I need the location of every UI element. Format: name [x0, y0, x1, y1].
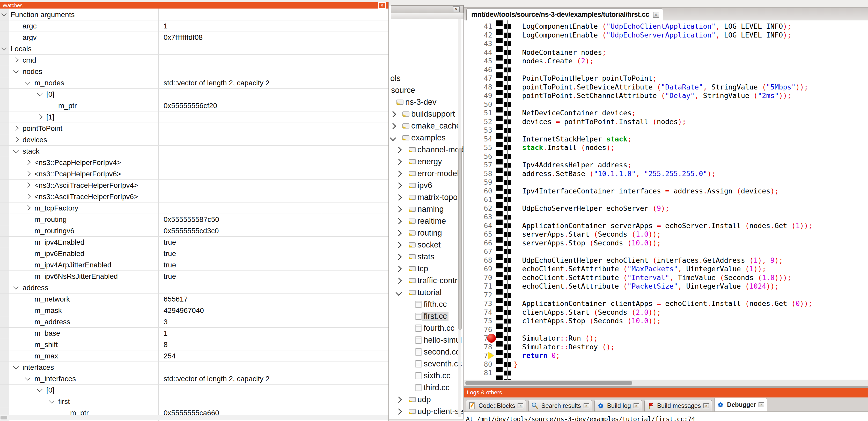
watch-row[interactable]: pointToPoint — [0, 123, 389, 134]
tree-item-socket[interactable]: socket — [390, 239, 458, 251]
watch-row[interactable]: m_max254 — [0, 350, 389, 362]
code-line-68[interactable]: 68 UdpEchoClientHelper echoClient (inter… — [464, 256, 868, 265]
logs-titlebar[interactable]: Logs & others — [464, 388, 868, 397]
chevron-down-icon[interactable] — [1, 45, 7, 51]
line-number[interactable]: 48 — [464, 83, 492, 92]
line-number[interactable]: 60 — [464, 187, 492, 195]
watch-row[interactable]: [0] — [0, 384, 389, 396]
line-number[interactable]: 70 — [464, 273, 492, 282]
code-line-50[interactable]: 50 — [464, 100, 868, 109]
line-number[interactable]: 45 — [464, 57, 492, 65]
code-line-81[interactable]: 81 — [464, 368, 868, 377]
code-line-77[interactable]: 77 Simulator::Run (); — [464, 334, 868, 343]
watch-row[interactable]: <ns3::PcapHelperForIpv6> — [0, 168, 389, 180]
chevron-down-icon[interactable] — [13, 364, 19, 369]
tree-item-label[interactable]: udp-client-ser — [417, 407, 464, 416]
code-line-63[interactable]: 63 — [464, 213, 868, 221]
tree-item-label[interactable]: seventh.cc — [424, 359, 462, 368]
log-tab-debugger[interactable]: Debugger× — [714, 398, 767, 412]
code-line-80[interactable]: 80} — [464, 360, 868, 369]
code-line-47[interactable]: 47 PointToPointHelper pointToPoint; — [464, 74, 868, 83]
watch-row[interactable]: <ns3::AsciiTraceHelperForIpv6> — [0, 191, 389, 202]
tree-item-label[interactable]: traffic-contro — [417, 276, 462, 285]
chevron-right-icon[interactable] — [25, 194, 31, 199]
line-number[interactable]: 73 — [464, 299, 492, 308]
line-number[interactable]: 64 — [464, 221, 492, 230]
chevron-right-icon[interactable] — [396, 182, 402, 189]
line-number[interactable]: 47 — [464, 74, 492, 83]
line-number[interactable]: 50 — [464, 100, 492, 109]
watch-row[interactable]: <ns3::AsciiTraceHelperForIpv4> — [0, 180, 389, 191]
tree-item-channel-mod[interactable]: channel-mod — [390, 143, 458, 155]
chevron-down-icon[interactable] — [49, 398, 54, 403]
projects-titlebar[interactable]: × — [391, 5, 464, 13]
tree-item-label[interactable]: third.cc — [424, 383, 450, 392]
chevron-right-icon[interactable] — [13, 137, 19, 142]
code-line-72[interactable]: 72 — [464, 291, 868, 299]
close-icon[interactable]: × — [704, 403, 709, 408]
line-number[interactable]: 63 — [464, 213, 492, 221]
breakpoint-icon[interactable] — [487, 334, 496, 343]
code-line-41[interactable]: 41 LogComponentEnable ("UdpEchoClientApp… — [464, 22, 868, 31]
chevron-right-icon[interactable] — [25, 160, 31, 165]
chevron-right-icon[interactable] — [396, 218, 402, 224]
line-number[interactable]: 54 — [464, 135, 492, 143]
line-number[interactable]: 69 — [464, 264, 492, 273]
chevron-down-icon[interactable] — [390, 135, 396, 141]
chevron-right-icon[interactable] — [37, 114, 42, 120]
chevron-right-icon[interactable] — [396, 159, 402, 165]
line-number[interactable]: 65 — [464, 230, 492, 239]
code-line-53[interactable]: 53 — [464, 126, 868, 135]
watch-row[interactable]: stack — [0, 145, 389, 157]
chevron-right-icon[interactable] — [390, 123, 396, 129]
chevron-right-icon[interactable] — [396, 242, 402, 248]
line-number[interactable]: 55 — [464, 143, 492, 152]
code-line-67[interactable]: 67 — [464, 247, 868, 256]
watch-row[interactable]: m_base1 — [0, 327, 389, 339]
code-line-76[interactable]: 76 — [464, 325, 868, 334]
tree-item-label[interactable]: cmake_cache — [411, 121, 461, 131]
code-line-69[interactable]: 69 echoClient.SetAttribute ("MaxPackets"… — [464, 264, 868, 273]
code-line-49[interactable]: 49 pointToPoint.SetChannelAttribute ("De… — [464, 91, 868, 100]
line-number[interactable]: 49 — [464, 91, 492, 100]
chevron-right-icon[interactable] — [396, 170, 402, 176]
tree-item-udp[interactable]: udp — [390, 393, 458, 405]
close-icon[interactable]: × — [584, 403, 589, 408]
chevron-right-icon[interactable] — [13, 57, 19, 63]
code-line-43[interactable]: 43 — [464, 39, 868, 48]
tree-item-label[interactable]: naming — [417, 204, 444, 214]
line-number[interactable]: 78 — [464, 343, 492, 351]
code-line-56[interactable]: 56 — [464, 152, 868, 161]
line-number[interactable]: 80 — [464, 360, 492, 369]
chevron-right-icon[interactable] — [25, 171, 31, 176]
watch-row[interactable]: cmd — [0, 54, 389, 66]
tree-item-label[interactable]: tcp — [417, 264, 428, 273]
tree-item-examples[interactable]: examples — [390, 132, 458, 143]
tree-item-label[interactable]: first.cc — [422, 312, 448, 321]
code-line-61[interactable]: 61 — [464, 195, 868, 204]
line-number[interactable]: 57 — [464, 161, 492, 169]
watch-row[interactable]: m_shift8 — [0, 339, 389, 350]
log-tab-search-results[interactable]: Search results× — [528, 400, 592, 412]
tree-item-label[interactable]: ns-3-dev — [405, 97, 437, 107]
tree-item-matrix-topol[interactable]: matrix-topol — [390, 191, 458, 203]
watch-row[interactable]: m_routing0x555555587c50 — [0, 214, 389, 225]
editor-tab-first-cc[interactable]: mnt/dev/tools/source/ns-3-dev/examples/t… — [466, 8, 663, 21]
close-icon[interactable]: × — [453, 6, 460, 12]
tree-item-fifth-cc[interactable]: fifth.cc — [390, 298, 458, 310]
code-line-58[interactable]: 58 address.SetBase ("10.1.1.0", "255.255… — [464, 169, 868, 178]
tree-item-label[interactable]: stats — [417, 252, 434, 261]
tree-item-label[interactable]: udp — [417, 395, 431, 404]
log-tab-code-blocks[interactable]: Code::Blocks× — [466, 400, 526, 412]
tree-item-traffic-contro[interactable]: traffic-contro — [390, 274, 458, 286]
code-line-45[interactable]: 45 nodes.Create (2); — [464, 57, 868, 65]
line-number[interactable]: 59 — [464, 178, 492, 187]
line-number[interactable]: 74 — [464, 308, 492, 317]
log-tab-build-messages[interactable]: Build messages× — [644, 400, 712, 412]
tree-item-stats[interactable]: stats — [390, 251, 458, 262]
tree-item-label[interactable]: hello-simul — [424, 335, 462, 345]
tree-item-ipv6[interactable]: ipv6 — [390, 179, 458, 191]
watch-row[interactable]: argv0x7fffffffdf08 — [0, 32, 389, 43]
tree-item-label[interactable]: routing — [417, 228, 442, 238]
chevron-right-icon[interactable] — [390, 111, 396, 117]
